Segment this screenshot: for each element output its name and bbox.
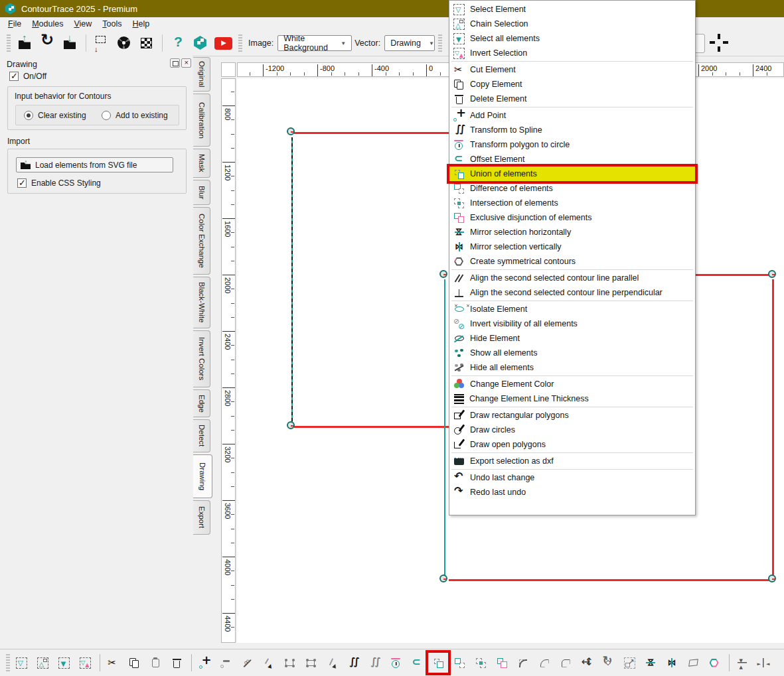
- toolbar-grip[interactable]: [438, 34, 442, 52]
- context-menu-item[interactable]: [451, 452, 693, 453]
- tab-export[interactable]: Export: [193, 500, 210, 535]
- tab-color-exchange[interactable]: Color Exchange: [193, 207, 210, 275]
- contour-line-left-a-selected[interactable]: [291, 137, 293, 423]
- context-menu-item[interactable]: [451, 407, 693, 407]
- context-menu-item[interactable]: [451, 269, 693, 270]
- context-menu-item[interactable]: Copy Element: [449, 77, 695, 92]
- onoff-checkbox[interactable]: [9, 72, 19, 81]
- menu-view[interactable]: View: [68, 18, 97, 30]
- contour-handle[interactable]: [768, 575, 776, 582]
- reload-icon[interactable]: [39, 34, 56, 52]
- context-menu-item[interactable]: Hide all elements: [449, 360, 695, 375]
- distort-icon[interactable]: [685, 655, 701, 671]
- line-cursor-icon[interactable]: [324, 655, 340, 671]
- copy-icon[interactable]: [126, 655, 142, 671]
- exclusive-disjunction-icon[interactable]: [494, 655, 510, 671]
- separator[interactable]: [162, 34, 163, 52]
- contour-line-bottom-a[interactable]: [294, 426, 450, 428]
- contour-line-right-b[interactable]: [772, 279, 774, 577]
- context-menu-item[interactable]: Difference of elements: [449, 181, 695, 196]
- context-menu-item[interactable]: Change Element Line Thickness: [449, 391, 695, 406]
- context-menu-item[interactable]: Create symmetrical contours: [449, 254, 695, 269]
- tab-drawing[interactable]: Drawing: [193, 454, 212, 498]
- difference-icon[interactable]: [451, 655, 467, 671]
- remove-point-icon[interactable]: [218, 655, 234, 671]
- unlink-icon[interactable]: [239, 655, 255, 671]
- context-menu-item[interactable]: Exclusive disjunction of elements: [449, 210, 695, 225]
- context-menu-item[interactable]: Change Element Color: [449, 377, 695, 391]
- context-menu-item[interactable]: [451, 469, 693, 470]
- context-menu-item[interactable]: Intersection of elements: [449, 196, 695, 210]
- context-menu-item[interactable]: Select Element: [449, 2, 695, 17]
- context-menu-item[interactable]: Transform polygon to circle: [449, 137, 695, 152]
- separator[interactable]: [729, 654, 730, 671]
- cut-icon[interactable]: [105, 655, 121, 671]
- context-menu-item[interactable]: Redo last undo: [449, 485, 695, 500]
- panel-close-button[interactable]: [181, 58, 191, 68]
- move-icon[interactable]: [579, 655, 595, 671]
- save-project-icon[interactable]: [62, 34, 79, 52]
- invert-selection-icon[interactable]: [77, 655, 93, 671]
- context-menu-item[interactable]: [451, 107, 693, 107]
- context-menu-item[interactable]: Draw rectangular polygons: [449, 408, 695, 423]
- context-menu-item[interactable]: Invert visibility of all elements: [449, 316, 695, 331]
- about-logo-icon[interactable]: [192, 34, 209, 52]
- tab-black-white[interactable]: Black-White: [193, 277, 210, 328]
- menu-help[interactable]: Help: [127, 18, 155, 30]
- context-menu-item[interactable]: Transform to Spline: [449, 123, 695, 137]
- panel-float-button[interactable]: [170, 58, 180, 68]
- menu-tools[interactable]: Tools: [97, 18, 127, 30]
- context-menu-item[interactable]: Select all elements: [449, 31, 695, 46]
- union-icon[interactable]: [430, 655, 446, 671]
- crosshair-icon[interactable]: [709, 33, 729, 52]
- open-polygon-icon[interactable]: [281, 655, 297, 671]
- contour-handle[interactable]: [439, 270, 447, 278]
- separator[interactable]: [191, 654, 192, 671]
- select-all-icon[interactable]: [56, 655, 72, 671]
- menu-file[interactable]: File: [3, 18, 27, 30]
- compress-vertical-icon[interactable]: [734, 655, 750, 671]
- context-menu-item[interactable]: Hide Element: [449, 331, 695, 346]
- contour-handle[interactable]: [287, 421, 295, 429]
- contour-handle[interactable]: [439, 575, 447, 582]
- chamfer-corner-icon[interactable]: [558, 655, 574, 671]
- add-point-icon[interactable]: [196, 655, 212, 671]
- separator[interactable]: [86, 34, 86, 52]
- trash-icon[interactable]: [169, 655, 185, 671]
- tab-original[interactable]: Original: [193, 57, 210, 92]
- youtube-icon[interactable]: [214, 37, 232, 50]
- paste-icon[interactable]: [147, 655, 163, 671]
- separator[interactable]: [100, 654, 100, 671]
- menu-modules[interactable]: Modules: [27, 18, 68, 30]
- transform-to-spline-icon[interactable]: [345, 655, 361, 671]
- toolbar-grip[interactable]: [238, 34, 242, 52]
- image-adjust-icon[interactable]: [93, 34, 110, 52]
- closed-polygon-icon[interactable]: [303, 655, 319, 671]
- vector-select[interactable]: Drawing ▼: [384, 35, 435, 51]
- mirror-horizontal-icon[interactable]: [643, 655, 659, 671]
- mosaic-icon[interactable]: [138, 34, 155, 52]
- offset-element-icon[interactable]: [409, 655, 425, 671]
- contour-handle[interactable]: [287, 127, 295, 135]
- tab-blur[interactable]: Blur: [193, 180, 210, 205]
- open-project-icon[interactable]: [17, 34, 34, 52]
- compress-horizontal-icon[interactable]: [755, 655, 771, 671]
- scale-icon[interactable]: [621, 655, 637, 671]
- contour-line-top-a[interactable]: [294, 132, 450, 134]
- rotate-icon[interactable]: [600, 655, 616, 671]
- context-menu-item[interactable]: [451, 61, 693, 62]
- context-menu-item[interactable]: Draw circles: [449, 423, 695, 437]
- context-menu-item[interactable]: Cut Element: [449, 62, 695, 77]
- context-menu-item[interactable]: Union of elements: [449, 167, 695, 181]
- symmetrical-contours-icon[interactable]: [706, 655, 722, 671]
- tab-mask[interactable]: Mask: [193, 149, 210, 178]
- context-menu-item[interactable]: Mirror selection vertically: [449, 239, 695, 254]
- context-menu-item[interactable]: Isolate Element: [449, 302, 695, 316]
- context-menu-item[interactable]: Offset Element: [449, 152, 695, 167]
- add-to-existing-radio[interactable]: [102, 111, 111, 120]
- context-menu-item[interactable]: Undo last change: [449, 470, 695, 485]
- context-menu-item[interactable]: Chain Selection: [449, 17, 695, 31]
- tab-invert-colors[interactable]: Invert Colors: [193, 330, 210, 387]
- toolbar-grip[interactable]: [6, 654, 10, 671]
- context-menu-item[interactable]: Delete Element: [449, 92, 695, 106]
